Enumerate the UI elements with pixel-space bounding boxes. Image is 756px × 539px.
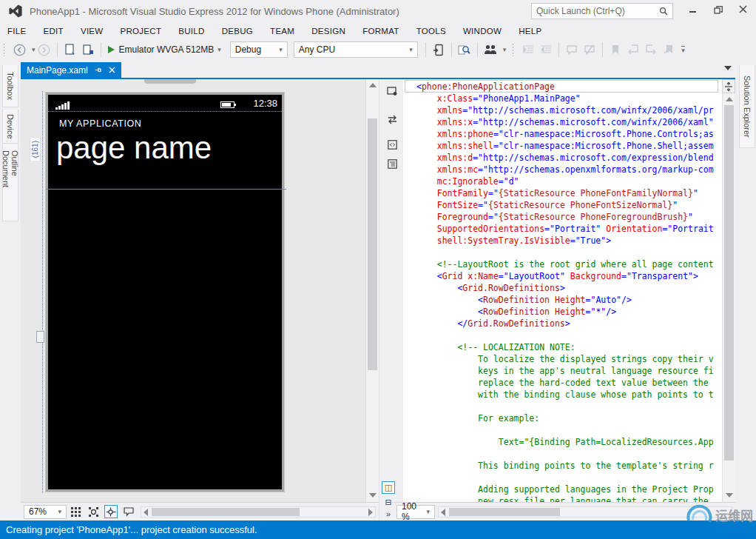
code-text[interactable]: <phone:PhoneApplicationPage x:Class="Pho… [403,81,722,502]
code-line[interactable]: To localize the displayed strings copy t… [403,353,722,365]
menu-item-design[interactable]: DESIGN [311,27,345,36]
scrollbar-thumb[interactable] [449,508,560,516]
tab-mainpage-xaml[interactable]: MainPage.xaml [21,62,121,78]
menu-item-team[interactable]: TEAM [270,27,294,36]
toolbar-grip[interactable] [512,43,515,56]
code-line[interactable]: xmlns:shell="clr-namespace:Microsoft.Pho… [403,140,722,152]
xaml-view-icon[interactable] [385,137,399,152]
code-line[interactable]: </Grid.RowDefinitions> [403,318,722,329]
start-debug-button[interactable]: Emulator WVGA 512MB ▾ [108,44,221,55]
navigate-back-caret[interactable]: ▾ [32,46,36,53]
designer-xaml-splitter[interactable]: ◫ ⊟ » [379,79,403,520]
scroll-right-icon[interactable] [368,509,373,516]
menu-item-edit[interactable]: EDIT [44,27,64,36]
code-line[interactable]: keys in the app's neutral language resou… [403,365,722,377]
run-target-caret[interactable]: ▾ [217,46,221,53]
code-line[interactable] [403,424,722,436]
toolbar-overflow-caret[interactable]: ▾ [681,46,685,54]
xaml-code-editor[interactable]: <phone:PhoneApplicationPage x:Class="Pho… [403,79,735,502]
code-line[interactable]: replace the hard-coded text value betwee… [403,377,722,389]
code-line[interactable]: FontFamily="{StaticResource PhoneFontFam… [403,187,722,199]
editor-vertical-scrollbar[interactable] [722,79,735,502]
code-line[interactable]: <RowDefinition Height="*"/> [403,306,722,318]
code-line[interactable]: This binding points to the template's st… [403,460,722,472]
editor-split-handle[interactable] [722,79,735,93]
menu-item-view[interactable]: VIEW [81,27,104,36]
configuration-select[interactable]: Debug ▾ [230,41,288,58]
close-button[interactable] [731,0,756,19]
close-tab-icon[interactable] [109,67,115,73]
editor-zoom-select[interactable]: 100 % ▾ [396,505,435,519]
code-line[interactable]: new resx file per language that can carr… [403,495,722,502]
snap-to-grid-icon[interactable] [87,505,100,518]
code-line[interactable]: SupportedOrientations="Portrait" Orienta… [403,223,722,235]
sidebar-tab-device[interactable]: Device [2,110,18,144]
scroll-left-icon[interactable] [144,509,148,516]
scrollbar-thumb[interactable] [724,105,734,461]
code-line[interactable]: Adding supported languages in the Projec… [403,483,722,495]
code-line[interactable]: <!--LayoutRoot is the root grid where al… [403,258,722,270]
code-line[interactable]: <Grid x:Name="LayoutRoot" Background="Tr… [403,270,722,282]
code-line[interactable]: xmlns="http://schemas.microsoft.com/winf… [403,104,722,116]
code-line[interactable] [403,401,722,412]
scrollbar-thumb[interactable] [152,508,300,516]
designer-horizontal-scrollbar[interactable] [141,506,376,518]
pin-icon[interactable] [95,67,102,74]
code-line[interactable]: xmlns:d="http://schemas.microsoft.com/ex… [403,152,722,164]
code-line[interactable]: Text="{Binding Path=LocalizedResources.A… [403,436,722,448]
sidebar-tab-toolbox[interactable]: Toolbox [2,65,18,107]
menu-item-help[interactable]: HELP [519,27,541,36]
scroll-left-icon[interactable] [441,509,445,516]
document-outline-icon[interactable] [385,156,399,171]
show-grid-icon[interactable] [69,505,82,518]
tab-list-caret[interactable] [724,66,732,70]
code-line[interactable]: mc:Ignorable="d" [403,175,722,187]
code-line[interactable]: <Grid.RowDefinitions> [403,282,722,294]
deploy-device-icon[interactable] [431,42,446,57]
code-line[interactable]: <!-- LOCALIZATION NOTE: [403,341,722,353]
code-line[interactable] [403,247,722,258]
code-line[interactable]: For example: [403,412,722,424]
code-line[interactable]: Foreground="{StaticResource PhoneForegro… [403,211,722,223]
platform-select[interactable]: Any CPU ▾ [294,41,418,58]
navigate-back-icon[interactable] [12,42,27,57]
sidebar-tab-solution-explorer[interactable]: Solution Explorer [739,65,755,148]
menu-item-window[interactable]: WINDOW [463,27,502,36]
code-line[interactable]: xmlns:mc="http://schemas.openxmlformats.… [403,164,722,175]
sidebar-tab-document-outline[interactable]: Document Outline [2,144,18,221]
annotations-icon[interactable] [122,505,135,518]
designer-zoom-select[interactable]: 67% ▾ [24,505,67,519]
find-in-files-icon[interactable] [457,42,472,57]
designer-vertical-scrollbar[interactable] [365,79,379,502]
design-view-icon[interactable] [385,84,399,98]
menu-item-debug[interactable]: DEBUG [222,27,253,36]
navigate-forward-icon[interactable] [37,42,52,57]
grid-row-boundary-line[interactable] [46,189,286,190]
new-project-icon[interactable] [63,42,78,57]
menu-item-tools[interactable]: TOOLS [416,27,446,36]
swap-panes-icon[interactable] [385,112,399,127]
vertical-split-button[interactable]: ◫ [382,481,395,494]
code-line[interactable]: FontSize="{StaticResource PhoneFontSizeN… [403,199,722,211]
team-caret[interactable]: ▾ [503,46,507,53]
code-line[interactable]: with the binding clause whose path point… [403,389,722,401]
code-line[interactable] [403,472,722,483]
menu-item-build[interactable]: BUILD [178,27,204,36]
team-explorer-icon[interactable] [483,42,498,57]
snap-to-snaplines-icon[interactable] [104,505,118,518]
add-item-icon[interactable] [81,42,95,57]
code-line[interactable]: xmlns:x="http://schemas.microsoft.com/wi… [403,116,722,128]
toolbar-grip[interactable] [3,43,6,56]
scroll-up-icon[interactable] [726,97,733,101]
code-line[interactable] [403,329,722,341]
code-line[interactable] [403,448,722,460]
code-line[interactable]: xmlns:phone="clr-namespace:Microsoft.Pho… [403,128,722,140]
code-line[interactable]: <RowDefinition Height="Auto"/> [403,294,722,306]
menu-item-project[interactable]: PROJECT [121,27,162,36]
scroll-up-icon[interactable] [369,83,377,87]
menu-item-format[interactable]: FORMAT [362,27,399,36]
page-title-textblock[interactable]: page name [56,130,212,166]
app-title-textblock[interactable]: MY APPLICATION [59,118,141,129]
restore-button[interactable] [706,0,731,19]
xaml-designer-pane[interactable]: 12:38 MY APPLICATION page name (161) [21,79,379,502]
